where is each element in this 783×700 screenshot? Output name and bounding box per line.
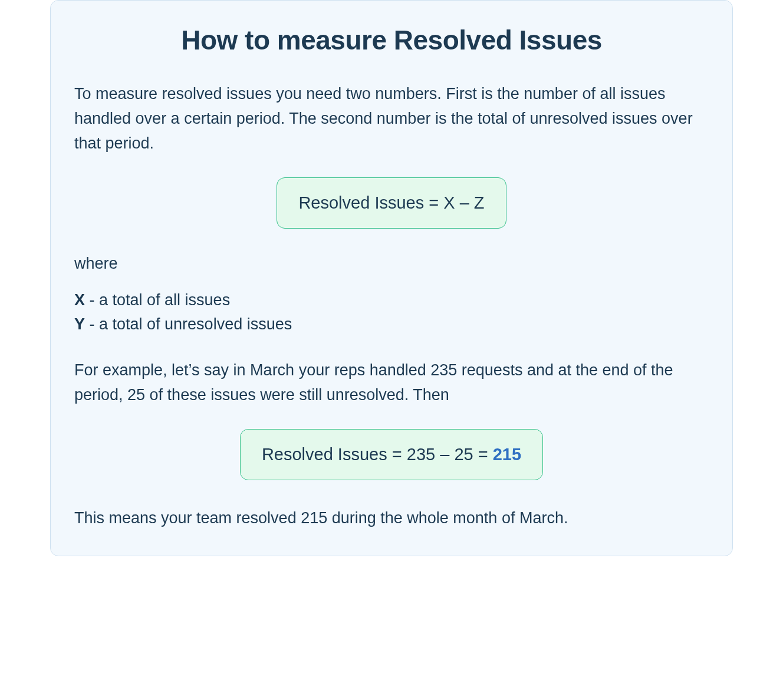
formula1-lhs: Resolved Issues [298,193,424,212]
formula1-rhs: X – Z [443,193,484,212]
var-x-desc: - a total of all issues [85,291,230,309]
conclusion-paragraph: This means your team resolved 215 during… [74,506,709,531]
where-label: where [74,255,709,273]
formula2-result: 215 [493,445,521,464]
var-y-desc: - a total of unresolved issues [85,315,292,333]
intro-paragraph: To measure resolved issues you need two … [74,82,709,156]
formula-container-1: Resolved Issues = X – Z [74,177,709,229]
var-y: Y [74,315,85,333]
formula2-eq: = [387,445,407,464]
formula-container-2: Resolved Issues = 235 – 25 = 215 [74,429,709,480]
var-x: X [74,291,85,309]
definition-y: Y - a total of unresolved issues [74,312,709,337]
formula2-lhs: Resolved Issues [262,445,387,464]
definition-x: X - a total of all issues [74,288,709,313]
formula-box-1: Resolved Issues = X – Z [277,177,506,229]
info-card: How to measure Resolved Issues To measur… [50,0,733,556]
example-paragraph: For example, let’s say in March your rep… [74,358,709,408]
formula1-eq: = [424,193,443,212]
formula2-mid: 235 – 25 = [407,445,493,464]
formula-box-2: Resolved Issues = 235 – 25 = 215 [240,429,543,480]
heading-title: How to measure Resolved Issues [74,24,709,56]
variable-definitions: X - a total of all issues Y - a total of… [74,288,709,338]
